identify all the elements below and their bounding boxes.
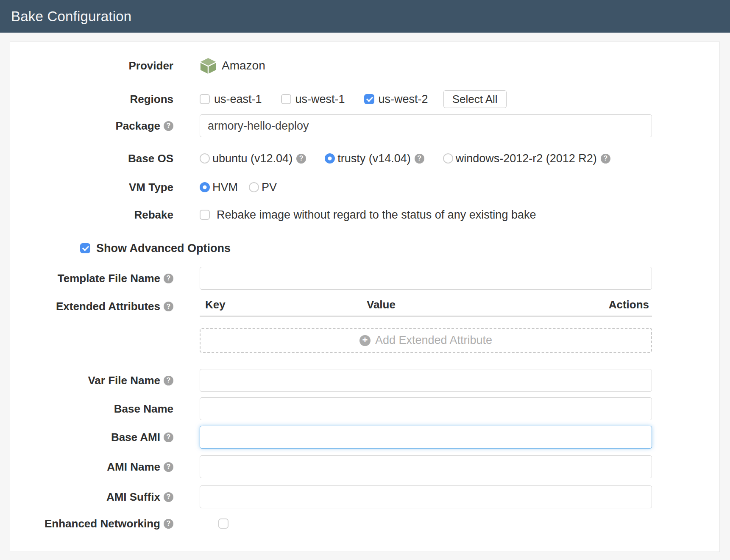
help-icon[interactable]: ?	[164, 462, 173, 472]
rebake-checkbox[interactable]	[200, 210, 210, 220]
vm-type-row: VM Type HVM PV	[10, 178, 719, 197]
ami-suffix-row: AMI Suffix ?	[10, 485, 719, 508]
provider-value: Amazon	[222, 59, 265, 72]
show-advanced-options-label: Show Advanced Options	[96, 242, 231, 255]
checkbox-us-east-1[interactable]	[200, 94, 210, 104]
regions-row: Regions us-east-1 us-west-1 us-west-2 Se…	[10, 89, 719, 109]
ami-name-row: AMI Name ?	[10, 455, 719, 478]
radio-ubuntu[interactable]	[200, 153, 210, 164]
radio-pv[interactable]	[249, 182, 259, 192]
rebake-description: Rebake image without regard to the statu…	[217, 208, 536, 222]
package-row: Package ?	[10, 114, 719, 137]
var-file-name-row: Var File Name ?	[10, 369, 719, 392]
help-icon[interactable]: ?	[164, 519, 173, 529]
help-icon[interactable]: ?	[164, 492, 173, 502]
extended-attributes-row: Extended Attributes ? Key Value Actions …	[10, 298, 719, 353]
column-header-key: Key	[205, 298, 367, 311]
radio-trusty[interactable]	[325, 153, 335, 164]
base-os-option-label: trusty (v14.04)	[337, 152, 411, 165]
extended-attributes-table-header: Key Value Actions	[200, 298, 652, 317]
column-header-value: Value	[367, 298, 609, 311]
package-label: Package ?	[10, 119, 173, 133]
help-icon[interactable]: ?	[296, 154, 306, 164]
region-option-label: us-west-1	[295, 93, 345, 106]
base-os-option-label: windows-2012-r2 (2012 R2)	[456, 152, 597, 165]
bake-configuration-panel: Provider Amazon Regions us-east-1 us-wes…	[10, 42, 720, 552]
rebake-row: Rebake Rebake image without regard to th…	[10, 205, 719, 224]
help-icon[interactable]: ?	[164, 274, 173, 283]
region-option-label: us-east-1	[214, 93, 262, 106]
enhanced-networking-checkbox[interactable]	[218, 518, 228, 529]
base-name-row: Base Name	[10, 397, 719, 420]
help-icon[interactable]: ?	[164, 302, 173, 311]
help-icon[interactable]: ?	[601, 154, 610, 164]
template-file-name-row: Template File Name ?	[10, 267, 719, 290]
show-advanced-options-checkbox[interactable]	[80, 243, 90, 253]
base-ami-row: Base AMI ?	[10, 426, 719, 449]
base-name-label: Base Name	[10, 402, 173, 416]
select-all-button[interactable]: Select All	[443, 90, 507, 108]
vm-type-label: VM Type	[10, 181, 173, 194]
add-extended-attribute-button[interactable]: + Add Extended Attribute	[200, 328, 652, 353]
rebake-label: Rebake	[10, 208, 173, 222]
base-ami-input[interactable]	[200, 426, 652, 449]
enhanced-networking-label: Enhanced Networking ?	[10, 517, 173, 530]
ami-suffix-label: AMI Suffix ?	[10, 491, 173, 504]
vm-type-option-label: PV	[262, 181, 277, 194]
ami-suffix-input[interactable]	[200, 485, 652, 508]
region-option-label: us-west-2	[379, 93, 428, 106]
enhanced-networking-row: Enhanced Networking ?	[10, 514, 719, 533]
help-icon[interactable]: ?	[415, 154, 424, 164]
aws-cube-icon	[200, 57, 217, 74]
radio-windows-2012-r2[interactable]	[443, 153, 453, 164]
base-os-label: Base OS	[10, 152, 173, 165]
help-icon[interactable]: ?	[164, 121, 173, 131]
show-advanced-options-row: Show Advanced Options	[10, 239, 719, 258]
ami-name-input[interactable]	[200, 455, 652, 478]
vm-type-option-label: HVM	[212, 181, 238, 194]
title-bar: Bake Configuration	[0, 0, 730, 33]
help-icon[interactable]: ?	[164, 432, 173, 442]
var-file-name-input[interactable]	[200, 369, 652, 392]
template-file-name-label: Template File Name ?	[10, 272, 173, 285]
radio-hvm[interactable]	[200, 182, 210, 192]
provider-row: Provider Amazon	[10, 56, 719, 75]
checkbox-us-west-1[interactable]	[281, 94, 291, 104]
extended-attributes-label: Extended Attributes ?	[10, 298, 173, 313]
column-header-actions: Actions	[609, 298, 652, 311]
page-title: Bake Configuration	[11, 8, 131, 25]
regions-label: Regions	[10, 93, 173, 106]
var-file-name-label: Var File Name ?	[10, 374, 173, 387]
package-input[interactable]	[200, 114, 652, 137]
plus-icon: +	[359, 335, 371, 346]
base-os-option-label: ubuntu (v12.04)	[212, 152, 293, 165]
base-os-row: Base OS ubuntu (v12.04) ? trusty (v14.04…	[10, 149, 719, 168]
provider-label: Provider	[10, 59, 173, 72]
base-name-input[interactable]	[200, 397, 652, 420]
add-extended-attribute-label: Add Extended Attribute	[375, 334, 492, 347]
checkbox-us-west-2[interactable]	[364, 94, 374, 104]
template-file-name-input[interactable]	[200, 267, 652, 290]
ami-name-label: AMI Name ?	[10, 460, 173, 474]
base-ami-label: Base AMI ?	[10, 431, 173, 444]
help-icon[interactable]: ?	[164, 376, 173, 385]
